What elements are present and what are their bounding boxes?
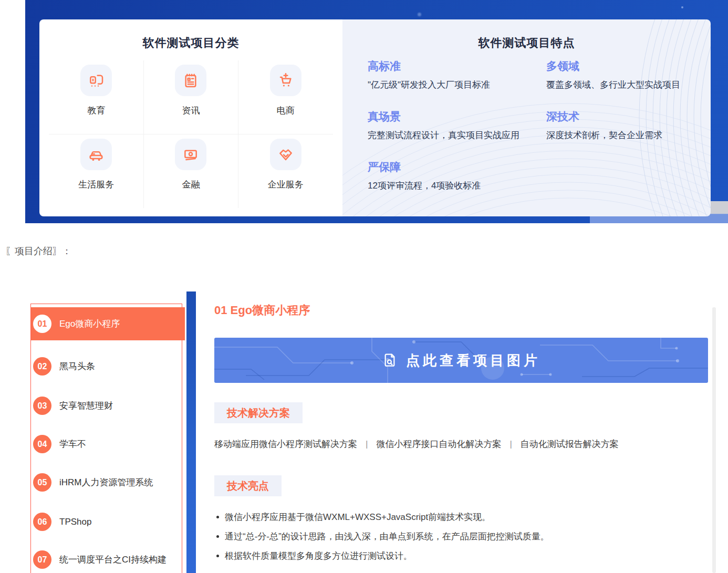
feature-desc: 12项评审流程，4项验收标准 (368, 180, 541, 192)
category-education: 教育 (49, 60, 143, 134)
feature-title: 深技术 (546, 110, 709, 123)
highlight-item: 微信小程序应用基于微信WXML+WXSS+JavaScript前端技术实现。 (214, 511, 703, 524)
sparkle-dot (681, 6, 683, 8)
feature-item: 深技术 深度技术剖析，契合企业需求 (546, 110, 709, 141)
project-intro-label: 〖项目介绍〗： (5, 245, 71, 257)
sidebar-item-label: iHRM人力资源管理系统 (59, 476, 153, 488)
sidebar-divider-bar (186, 291, 196, 573)
feature-desc: 覆盖多领域、多行业大型实战项目 (546, 79, 709, 91)
sidebar-item-label: 安享智慧理财 (59, 400, 113, 412)
sidebar-item-heimatoutiao[interactable]: 02 黑马头条 (33, 357, 180, 376)
feature-item: 高标准 "亿元级"研发投入大厂项目标准 (368, 59, 541, 91)
category-panel-title: 软件测试项目分类 (39, 35, 342, 51)
banner-card: 软件测试项目分类 教育 资讯 (39, 19, 711, 216)
feature-panel-title: 软件测试项目特点 (342, 35, 711, 51)
category-life-services: 生活服务 (49, 134, 143, 208)
category-grid: 教育 资讯 电商 (49, 60, 333, 208)
sidebar-item-number: 01 (33, 315, 51, 333)
feature-item: 真场景 完整测试流程设计，真实项目实战应用 (368, 110, 541, 141)
sidebar-item-ego-active[interactable]: 01 Ego微商小程序 (31, 307, 185, 340)
feature-panel: 软件测试项目特点 高标准 "亿元级"研发投入大厂项目标准 真场景 完整测试流程设… (342, 19, 711, 216)
sidebar-item-ihrm[interactable]: 05 iHRM人力资源管理系统 (33, 473, 180, 492)
sidebar-item-label: 黑马头条 (59, 360, 95, 372)
sidebar-item-ci[interactable]: 07 统一调度平台之CI持续构建 (33, 550, 180, 569)
page: 软件测试项目分类 教育 资讯 (0, 0, 728, 573)
content-scrollbar-track[interactable] (712, 307, 716, 573)
car-icon (80, 139, 112, 170)
category-enterprise-services: 企业服务 (238, 134, 333, 208)
highlight-item: 通过“总-分-总”的设计思路，由浅入深，由单点到系统，在产品层面把控测试质量。 (214, 530, 703, 543)
education-icon (80, 65, 112, 96)
highlights-heading-badge: 技术亮点 (214, 475, 282, 496)
category-finance: 金融 (143, 134, 238, 208)
category-label: 金融 (182, 179, 200, 191)
highlights-list: 微信小程序应用基于微信WXML+WXSS+JavaScript前端技术实现。 通… (214, 511, 703, 569)
highlight-item: 根据软件质量模型多角度多方位进行测试设计。 (214, 550, 703, 562)
feature-title: 真场景 (368, 110, 541, 123)
view-project-images-button[interactable]: 点此查看项目图片 (214, 338, 708, 383)
feature-item: 严保障 12项评审流程，4项验收标准 (368, 160, 541, 192)
category-label: 电商 (277, 105, 295, 117)
sidebar-item-number: 03 (33, 397, 51, 415)
category-label: 资讯 (182, 105, 200, 117)
news-icon (175, 65, 206, 96)
cta-label: 点此查看项目图片 (406, 351, 540, 370)
cart-icon (270, 65, 301, 96)
sidebar-item-number: 07 (33, 550, 51, 569)
sidebar-item-xuechebu[interactable]: 04 学车不 (33, 435, 180, 453)
sidebar-item-number: 06 (33, 513, 51, 531)
sidebar-item-label: TPShop (59, 517, 91, 527)
feature-column-right: 多领域 覆盖多领域、多行业大型实战项目 深技术 深度技术剖析，契合企业需求 (546, 59, 709, 160)
file-search-icon (382, 352, 399, 369)
sidebar-item-tpshop[interactable]: 06 TPShop (33, 513, 180, 531)
sidebar-item-anxiang[interactable]: 03 安享智慧理财 (33, 397, 180, 415)
separator: | (366, 439, 368, 449)
solutions-heading-badge: 技术解决方案 (214, 402, 303, 423)
feature-title: 严保障 (368, 160, 541, 174)
category-news: 资讯 (143, 60, 238, 134)
sidebar-item-label: 学车不 (59, 438, 86, 450)
feature-desc: 完整测试流程设计，真实项目实战应用 (368, 130, 541, 141)
feature-column-left: 高标准 "亿元级"研发投入大厂项目标准 真场景 完整测试流程设计，真实项目实战应… (368, 59, 541, 211)
money-icon (175, 139, 206, 170)
feature-title: 高标准 (368, 59, 541, 73)
cta-content: 点此查看项目图片 (382, 351, 540, 370)
feature-desc: 深度技术剖析，契合企业需求 (546, 130, 709, 141)
handshake-icon (270, 139, 301, 170)
sparkle-dot (418, 13, 421, 16)
sidebar-item-label: 统一调度平台之CI持续构建 (59, 554, 167, 566)
category-ecommerce: 电商 (238, 60, 333, 134)
feature-title: 多领域 (546, 59, 709, 73)
project-title: 01 Ego微商小程序 (214, 303, 310, 318)
feature-desc: "亿元级"研发投入大厂项目标准 (368, 79, 541, 91)
solution-item: 移动端应用微信小程序测试解决方案 (214, 439, 357, 449)
feature-item: 多领域 覆盖多领域、多行业大型实战项目 (546, 59, 709, 91)
category-label: 企业服务 (268, 179, 304, 191)
solution-item: 微信小程序接口自动化解决方案 (376, 439, 501, 449)
sidebar-item-number: 05 (33, 473, 51, 492)
category-panel: 软件测试项目分类 教育 资讯 (39, 19, 342, 216)
category-label: 生活服务 (78, 179, 114, 191)
separator: | (509, 439, 512, 449)
category-label: 教育 (87, 105, 105, 117)
solution-item: 自动化测试报告解决方案 (521, 439, 619, 449)
solutions-line: 移动端应用微信小程序测试解决方案|微信小程序接口自动化解决方案|自动化测试报告解… (214, 438, 619, 451)
sidebar-item-number: 02 (33, 357, 51, 376)
sidebar-item-label: Ego微商小程序 (59, 318, 120, 330)
sidebar-item-number: 04 (33, 435, 51, 453)
hero-banner: 软件测试项目分类 教育 资讯 (25, 0, 728, 223)
